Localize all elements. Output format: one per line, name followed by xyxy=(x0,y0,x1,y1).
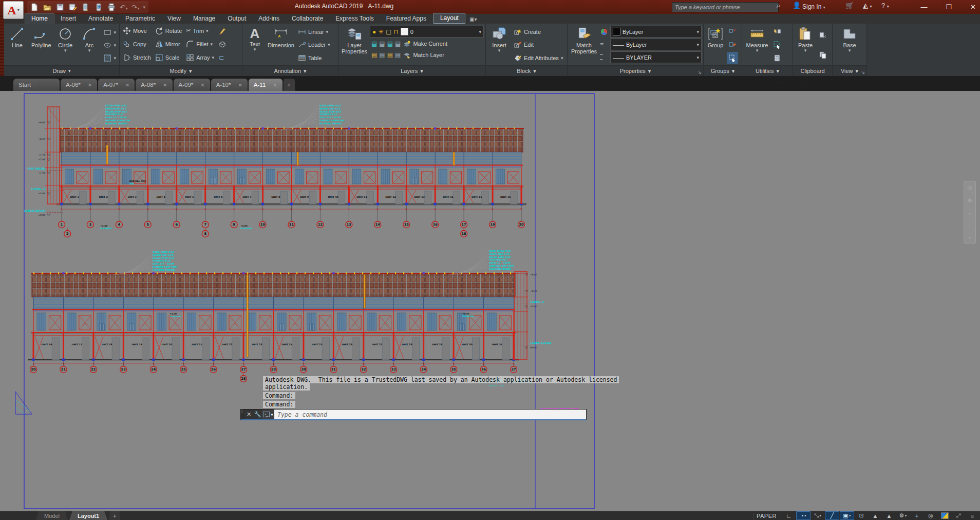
paste-button[interactable]: Paste▾ xyxy=(795,25,816,65)
panel-footer-draw[interactable]: Draw▾ xyxy=(4,65,119,76)
drawing-close-icon[interactable]: ✕ xyxy=(799,79,803,85)
ribbon-tab-insert[interactable]: Insert xyxy=(54,14,82,24)
drawing-minimize-icon[interactable]: — xyxy=(779,79,784,85)
group-selection-icon[interactable] xyxy=(727,52,738,64)
orbit-icon[interactable]: ◌ xyxy=(968,223,972,229)
panel-footer-block[interactable]: Block▾ xyxy=(486,65,567,76)
graphics-performance-button[interactable] xyxy=(938,512,951,519)
save-to-mobile-icon[interactable] xyxy=(81,3,90,12)
customize-wrench-icon[interactable]: 🔧 xyxy=(253,410,262,419)
panel-footer-modify[interactable]: Modify▾ xyxy=(120,65,242,76)
osnap-settings-button[interactable]: ▣▾ xyxy=(840,511,854,520)
ellipse-button[interactable]: ▾ xyxy=(102,39,118,51)
file-tab-start[interactable]: Start xyxy=(13,79,60,91)
leader-button[interactable]: Leader▾ xyxy=(296,39,332,51)
dialog-launcher-icon[interactable]: ↘ xyxy=(698,70,702,75)
open-from-mobile-icon[interactable] xyxy=(94,3,103,12)
table-button[interactable]: Table xyxy=(296,52,332,64)
insert-button[interactable]: Insert▾ xyxy=(487,25,511,65)
dialog-launcher-icon[interactable]: ↘ xyxy=(861,70,865,75)
panel-footer-clipboard[interactable]: Clipboard xyxy=(793,65,832,76)
drawing-restore-icon[interactable]: ❐ xyxy=(789,79,794,85)
ribbon-tab-featured-apps[interactable]: Featured Apps xyxy=(380,14,432,24)
file-tab-a-06[interactable]: A-06*✕ xyxy=(61,79,97,91)
file-tab-close-icon[interactable]: ✕ xyxy=(238,82,242,88)
file-tab-a-07[interactable]: A-07*✕ xyxy=(98,79,135,91)
circle-button[interactable]: Circle▾ xyxy=(54,25,77,65)
close-button[interactable]: ✕ xyxy=(970,3,976,11)
rotate-button[interactable]: Rotate xyxy=(154,25,183,36)
rectangle-button[interactable]: ▾ xyxy=(102,26,118,38)
undo-icon[interactable]: ↶▾ xyxy=(120,3,128,11)
panel-footer-groups[interactable]: Groups▾ xyxy=(704,65,742,76)
match-properties-button[interactable]: Match Properties xyxy=(569,25,599,65)
linetype-select[interactable]: ——BYLAYER▾ xyxy=(610,51,702,63)
measure-button[interactable]: Measure▾ xyxy=(744,25,770,65)
object-snap-button[interactable]: ╱ xyxy=(825,511,839,520)
qnew-icon[interactable] xyxy=(30,3,39,12)
lineweight-select[interactable]: ——ByLayer▾ xyxy=(610,39,702,50)
save-as-icon[interactable] xyxy=(68,3,78,12)
pan-icon[interactable]: ✥ xyxy=(967,197,972,204)
color-wheel-icon[interactable] xyxy=(600,28,608,38)
file-tab-a-09[interactable]: A-09*✕ xyxy=(174,79,210,91)
command-bar[interactable]: ⣿ ✕ 🔧 ›_▾ Type a command xyxy=(240,409,587,420)
file-tab-close-icon[interactable]: ✕ xyxy=(88,82,92,88)
command-close-icon[interactable]: ✕ xyxy=(244,410,253,419)
file-tab-close-icon[interactable]: ✕ xyxy=(125,82,129,88)
match-layer-button[interactable]: ▤▤▤▤ Match Layer xyxy=(370,50,484,60)
file-tab-close-icon[interactable]: ✕ xyxy=(273,82,277,88)
arc-button[interactable]: Arc▾ xyxy=(78,25,101,65)
scale-button[interactable]: Scale xyxy=(154,52,183,64)
file-tab-close-icon[interactable]: ✕ xyxy=(163,82,167,88)
app-store-cart-icon[interactable]: 🛒 xyxy=(845,2,854,9)
ribbon-tab-manage[interactable]: Manage xyxy=(187,14,221,24)
navbar-menu-icon[interactable]: ▾ xyxy=(969,235,971,240)
file-tab-a-08[interactable]: A-08*✕ xyxy=(136,79,172,91)
minimize-button[interactable]: — xyxy=(920,3,927,11)
annotation-visibility-button[interactable]: ▲ xyxy=(869,512,882,519)
open-icon[interactable] xyxy=(43,3,52,12)
linear-dimension-button[interactable]: Linear▾ xyxy=(296,26,332,38)
mirror-button[interactable]: Mirror xyxy=(154,38,183,50)
file-tab-a-11[interactable]: A-11✕ xyxy=(249,79,282,91)
calculator-icon[interactable] xyxy=(771,52,783,64)
panel-footer-layers[interactable]: Layers▾ xyxy=(338,65,485,76)
file-tab-close-icon[interactable]: ✕ xyxy=(200,82,204,88)
qat-customize-icon[interactable]: ▾ xyxy=(143,5,146,10)
help-icon[interactable]: ? ▾ xyxy=(881,2,889,9)
plot-icon[interactable] xyxy=(107,3,116,12)
application-menu-button[interactable]: A▾ xyxy=(3,1,24,19)
panel-footer-properties[interactable]: Properties▾↘ xyxy=(568,65,703,76)
ribbon-tab-view[interactable]: View xyxy=(161,14,187,24)
zoom-extents-icon[interactable]: ⌕ xyxy=(968,210,971,217)
ortho-mode-button[interactable]: ∟ xyxy=(782,512,796,519)
edit-attributes-button[interactable]: Edit Attributes▾ xyxy=(512,52,564,64)
redo-icon[interactable]: ↷▾ xyxy=(131,3,140,11)
object-color-select[interactable]: ByLayer▾ xyxy=(610,26,702,38)
selection-cycling-button[interactable]: ⊡ xyxy=(855,512,868,519)
ribbon-tab-express-tools[interactable]: Express Tools xyxy=(329,14,380,24)
text-button[interactable]: A Text▾ xyxy=(244,25,266,65)
ungroup-icon[interactable] xyxy=(727,26,738,38)
make-current-button[interactable]: ▤▤▤▤ Make Current xyxy=(370,39,484,49)
move-button[interactable]: Move xyxy=(121,25,153,36)
help-search-input[interactable]: Type a keyword or phrase xyxy=(672,2,779,12)
fillet-button[interactable]: Fillet▾ xyxy=(184,38,216,50)
annotation-autoscale-button[interactable]: ▲ xyxy=(882,512,896,519)
model-tab[interactable]: Model xyxy=(36,511,68,520)
copy-button[interactable]: Copy xyxy=(121,38,153,50)
new-drawing-tab-button[interactable]: + xyxy=(284,79,295,91)
tab-options-icon[interactable]: ▣▾ xyxy=(465,16,481,24)
save-icon[interactable] xyxy=(55,3,65,12)
select-similar-icon[interactable] xyxy=(771,39,783,51)
erase-button[interactable] xyxy=(217,25,228,36)
create-block-button[interactable]: Create xyxy=(512,26,564,38)
panel-footer-annotation[interactable]: Annotation▾ xyxy=(242,65,338,76)
command-bar-grip[interactable]: ⣿ xyxy=(241,410,244,419)
clean-screen-button[interactable]: ⤢ xyxy=(952,512,965,519)
layer-select[interactable]: ● ☀ ▢ ⊓ 0 ▾ xyxy=(370,26,484,38)
steering-wheel-icon[interactable]: ◎ xyxy=(967,184,972,191)
search-binoculars-icon[interactable]: ⌕ xyxy=(777,2,780,10)
isolate-objects-button[interactable]: ◎ xyxy=(924,512,937,519)
